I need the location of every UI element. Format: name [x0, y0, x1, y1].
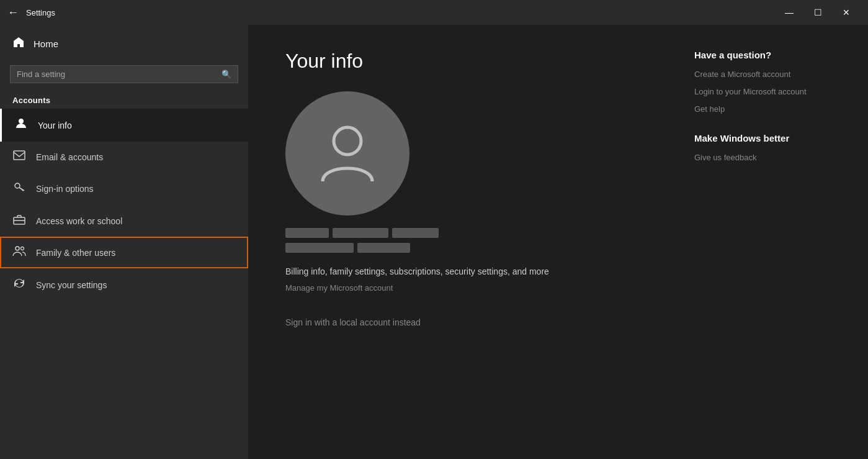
home-icon [12, 36, 25, 52]
search-input[interactable] [17, 70, 221, 79]
sidebar-label-sync: Sync your settings [36, 280, 107, 290]
sidebar-item-work-school[interactable]: Access work or school [0, 205, 248, 237]
window-controls: — ☐ ✕ [775, 0, 861, 25]
sidebar-label-family: Family & other users [36, 248, 115, 258]
sync-icon [12, 277, 26, 293]
avatar [285, 91, 409, 216]
sidebar-item-home[interactable]: Home [0, 25, 248, 63]
profile-section: Billing info, family settings, subscript… [285, 91, 645, 327]
create-account-link[interactable]: Create a Microsoft account [694, 69, 849, 80]
sidebar-label-email: Email & accounts [36, 152, 103, 162]
give-feedback-link[interactable]: Give us feedback [694, 152, 849, 163]
briefcase-icon [12, 214, 26, 228]
sidebar-item-sign-in[interactable]: Sign-in options [0, 172, 248, 205]
sidebar-item-family[interactable]: Family & other users [0, 237, 248, 268]
close-button[interactable]: ✕ [832, 0, 861, 25]
people-icon [12, 245, 26, 260]
sign-in-local-link[interactable]: Sign in with a local account instead [285, 317, 421, 327]
sidebar-item-sync[interactable]: Sync your settings [0, 268, 248, 301]
user-name-blurred [285, 228, 439, 253]
back-button[interactable]: ← [7, 6, 19, 19]
email-icon [12, 150, 26, 163]
app-body: Home 🔍 Accounts Your info [0, 25, 868, 459]
sidebar-section-label: Accounts [0, 91, 248, 109]
page-title: Your info [285, 50, 645, 73]
home-label: Home [34, 39, 58, 49]
main-content: Your info Billing info, fa [248, 25, 682, 459]
make-windows-better-title: Make Windows better [694, 133, 849, 143]
search-icon: 🔍 [221, 70, 231, 79]
svg-rect-1 [14, 151, 25, 160]
svg-point-6 [21, 247, 24, 250]
billing-text: Billing info, family settings, subscript… [285, 265, 549, 278]
svg-point-2 [15, 183, 20, 188]
svg-point-7 [334, 127, 361, 155]
person-icon [14, 117, 28, 133]
sidebar-item-your-info[interactable]: Your info [0, 109, 248, 142]
key-icon [12, 181, 26, 196]
login-account-link[interactable]: Login to your Microsoft account [694, 86, 849, 98]
sidebar-label-sign-in: Sign-in options [36, 184, 94, 194]
manage-account-link[interactable]: Manage my Microsoft account [285, 283, 393, 293]
app-title: Settings [26, 8, 775, 17]
sidebar-label-your-info: Your info [38, 120, 72, 130]
have-question-title: Have a question? [694, 50, 849, 60]
sidebar-item-email-accounts[interactable]: Email & accounts [0, 142, 248, 172]
minimize-button[interactable]: — [775, 0, 803, 25]
maximize-button[interactable]: ☐ [803, 0, 832, 25]
svg-point-5 [16, 247, 19, 250]
titlebar: ← Settings — ☐ ✕ [0, 0, 868, 25]
search-box[interactable]: 🔍 [10, 65, 238, 83]
right-panel: Have a question? Create a Microsoft acco… [682, 25, 868, 459]
sidebar-label-work-school: Access work or school [36, 216, 122, 226]
sidebar: Home 🔍 Accounts Your info [0, 25, 248, 459]
svg-point-0 [19, 119, 24, 124]
get-help-link[interactable]: Get help [694, 104, 849, 115]
